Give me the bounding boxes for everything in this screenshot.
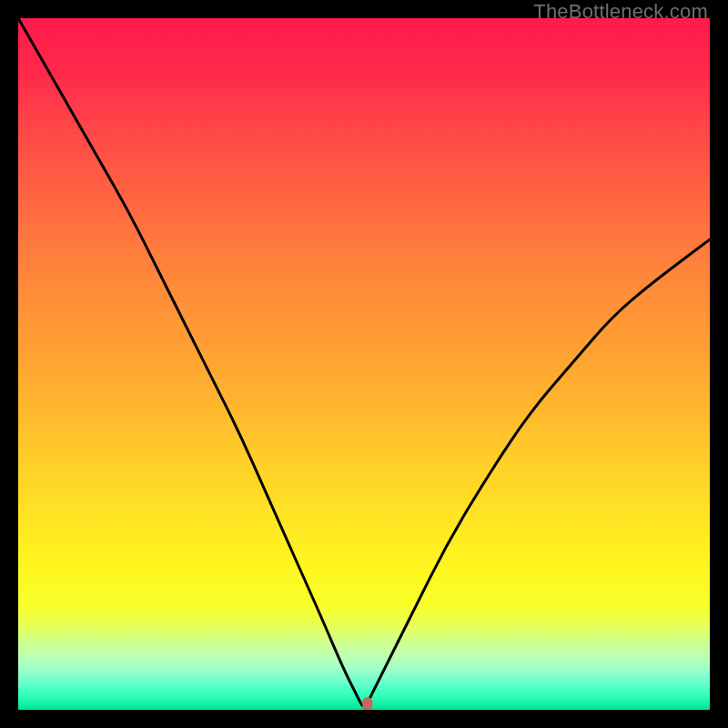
curve-line <box>18 18 710 706</box>
bottleneck-curve <box>18 18 710 710</box>
chart-frame: TheBottleneck.com <box>0 0 728 728</box>
plot-area <box>18 18 710 710</box>
optimal-marker <box>362 697 372 710</box>
